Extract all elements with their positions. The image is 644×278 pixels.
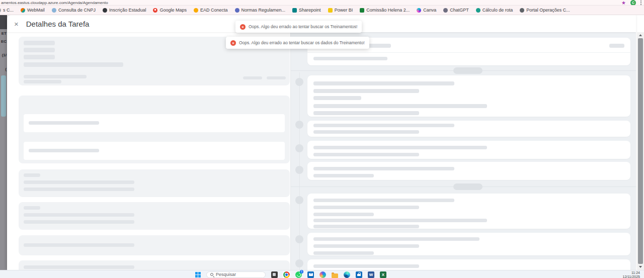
microsoft-store-icon[interactable] — [356, 271, 362, 278]
skeleton-card-section — [19, 235, 290, 255]
task-details-modal: × Detalhes da Tarefa — [7, 15, 636, 270]
error-icon: ✕ — [240, 24, 246, 30]
timeline-dot — [295, 196, 303, 204]
timeline-dot — [295, 144, 303, 152]
browser-menu-icon[interactable] — [640, 1, 642, 5]
bookmark-item-ead[interactable]: EAD Conecta — [190, 8, 231, 13]
modal-title: Detalhes da Tarefa — [26, 20, 90, 28]
clock-time: 11:24 — [622, 271, 640, 275]
sharepoint-icon — [292, 8, 297, 13]
timeline-dot — [295, 259, 303, 267]
bookmarks-bar: s C... WebMail Consulta de CNPJ Inscriçã… — [0, 6, 644, 15]
skeleton-card-section — [19, 202, 290, 230]
whatsapp-badge: 5 — [300, 270, 303, 273]
error-toast[interactable]: ✕ Oops. Algo deu errado ao tentar buscar… — [226, 37, 369, 49]
webmail-icon — [21, 8, 25, 13]
skeleton-card-section — [19, 260, 290, 270]
page-behind-fragment: ( — [5, 67, 7, 71]
page-behind-fragment: ET — [2, 31, 7, 36]
browser-address-bar: amentos.eastus.cloudapp.azure.com/Agenda… — [0, 0, 644, 6]
timeline-dot — [295, 121, 303, 129]
windows-taskbar: 5 W X 11:24 12/11/2025 — [0, 270, 644, 278]
skeleton-timeline-card — [307, 141, 630, 159]
error-icon: ✕ — [230, 40, 236, 46]
toast-message: Oops. Algo deu errado ao tentar buscar o… — [239, 40, 365, 45]
word-icon[interactable]: W — [368, 271, 374, 278]
page-behind-header — [0, 15, 7, 29]
timeline-date-pill — [453, 67, 482, 74]
normas-icon — [235, 8, 239, 13]
toast-message: Oops. Algo deu errado ao tentar buscar o… — [249, 24, 357, 29]
timeline-dot — [295, 166, 303, 174]
outlook-icon[interactable] — [307, 271, 314, 278]
excel-icon[interactable]: X — [380, 271, 386, 278]
globe-icon — [103, 8, 107, 13]
history-panel — [290, 32, 636, 270]
bookmark-item-sharepoint[interactable]: Sharepoint — [289, 8, 325, 13]
portal-icon — [520, 8, 524, 13]
skeleton-card-section — [19, 169, 290, 197]
taskbar-clock[interactable]: 11:24 12/11/2025 — [622, 271, 640, 278]
bookmark-item-webmail[interactable]: WebMail — [17, 8, 48, 13]
page-behind-fragment: (1/ — [2, 53, 7, 57]
copilot-icon[interactable] — [319, 271, 326, 278]
screen: amentos.eastus.cloudapp.azure.com/Agenda… — [0, 0, 644, 278]
page-viewport: ET EC (1/ ( × Detalhes da Tarefa — [0, 15, 644, 270]
taskbar-search[interactable] — [206, 271, 266, 278]
scrollbar-thumb[interactable] — [638, 38, 643, 264]
page-behind-fragment: EC — [1, 39, 7, 44]
skeleton-timeline-card — [307, 162, 630, 180]
chatgpt-icon — [443, 8, 448, 13]
profile-avatar[interactable]: C — [630, 0, 636, 6]
bookmark-item-powerbi[interactable]: Power BI — [325, 8, 357, 13]
bookmark-item-portal[interactable]: Portal Operações C... — [516, 8, 574, 13]
bookmark-item[interactable]: s C... — [0, 8, 17, 13]
canva-icon — [417, 8, 421, 13]
search-icon — [210, 273, 213, 276]
windows-start-icon[interactable] — [195, 272, 201, 277]
bookmark-item-canva[interactable]: Canva — [413, 8, 440, 13]
bookmark-generic-icon — [0, 8, 1, 13]
route-icon — [476, 8, 480, 13]
skeleton-timeline-card — [307, 75, 630, 117]
bookmark-item-rota[interactable]: Cálculo de rota — [472, 8, 517, 13]
chrome-taskbar-button[interactable] — [283, 271, 290, 278]
skeleton-input-row — [24, 114, 285, 132]
bookmark-item-cnpj[interactable]: Consulta de CNPJ — [48, 8, 99, 13]
page-behind-accent-bar — [1, 75, 6, 117]
cnpj-icon — [52, 8, 56, 13]
close-icon[interactable]: × — [14, 20, 19, 28]
bookmark-star-icon[interactable]: ★ — [621, 1, 626, 6]
page-behind-strip: ET EC (1/ ( — [0, 15, 7, 270]
scroll-down-icon[interactable] — [637, 264, 644, 270]
skeleton-timeline-card — [307, 121, 630, 137]
bookmark-item-inscricao[interactable]: Inscrição Estadual — [99, 8, 150, 13]
taskbar-search-input[interactable] — [216, 272, 256, 277]
sheet-icon — [360, 8, 364, 13]
whatsapp-icon[interactable]: 5 — [295, 271, 302, 278]
skeleton-timeline-card — [307, 194, 630, 229]
clock-date: 12/11/2025 — [622, 275, 640, 278]
scroll-up-icon[interactable] — [637, 32, 644, 38]
edge-icon[interactable] — [344, 271, 350, 278]
error-toast[interactable]: ✕ Oops. Algo deu errado ao tentar buscar… — [235, 21, 362, 33]
ead-conecta-icon — [194, 8, 198, 13]
bookmark-item-maps[interactable]: Google Maps — [149, 8, 190, 13]
powerbi-icon — [328, 8, 333, 13]
skeleton-timeline-card — [307, 233, 630, 255]
bookmark-item-normas[interactable]: Normas Regulamen... — [231, 8, 289, 13]
maps-pin-icon — [153, 8, 157, 13]
timeline-date-pill — [453, 183, 482, 190]
chrome-icon — [283, 271, 290, 278]
file-explorer-icon[interactable] — [332, 273, 338, 278]
bookmark-item-comissao[interactable]: Comissão Helena 2... — [356, 8, 413, 13]
timeline-dot — [295, 78, 303, 86]
timeline-dot — [295, 235, 303, 243]
skeleton-timeline-card — [307, 259, 630, 270]
bookmark-item-chatgpt[interactable]: ChatGPT — [440, 8, 472, 13]
task-view-icon[interactable] — [271, 271, 278, 278]
url-text[interactable]: amentos.eastus.cloudapp.azure.com/Agenda… — [1, 1, 108, 5]
skeleton-card-fields — [19, 96, 290, 163]
skeleton-input-row — [24, 142, 285, 160]
scrollbar[interactable] — [637, 32, 644, 270]
